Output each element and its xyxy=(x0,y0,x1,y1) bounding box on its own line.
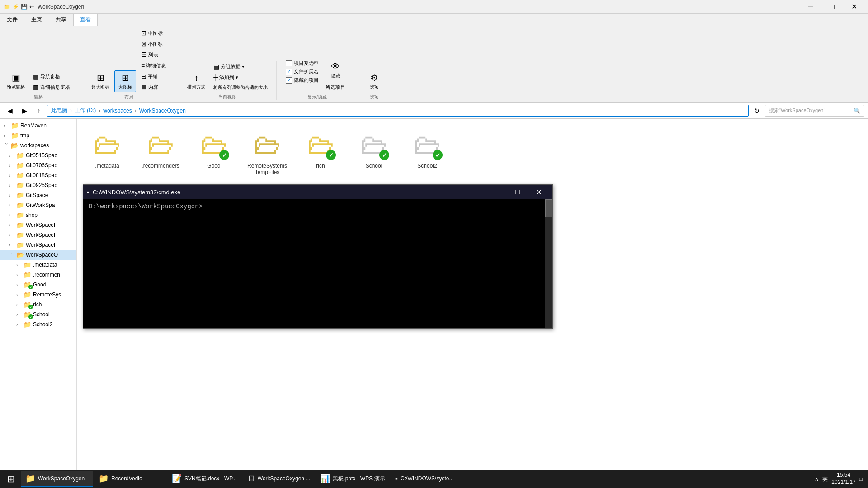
cmd-maximize-button[interactable]: □ xyxy=(507,185,528,199)
sidebar-item-gitspace[interactable]: › 📁 GitSpace xyxy=(0,190,76,200)
sidebar-item-workspaces[interactable]: › 📂 workspaces xyxy=(0,141,76,150)
sidebar-item-rich[interactable]: › 📁✓ rich xyxy=(0,300,76,310)
sidebar-item-git0706[interactable]: › 📁 Git0706Spac xyxy=(0,160,76,170)
sidebar-item-recommenders[interactable]: › 📁 .recommen xyxy=(0,270,76,280)
sidebar-label: WorkSpaceI xyxy=(26,222,55,228)
sidebar-item-remotesys[interactable]: › 📁 RemoteSys xyxy=(0,290,76,300)
sidebar-item-gitworkspace[interactable]: › 📁 GitWorkSpa xyxy=(0,200,76,210)
taskbar-item-cmd[interactable]: ▪ C:\WINDOWS\syste... xyxy=(391,471,463,487)
medium-icons-button[interactable]: ⊡ 中图标 xyxy=(138,28,169,38)
sidebar-item-good[interactable]: › 📁✓ Good xyxy=(0,280,76,290)
file-item-remotesystems[interactable]: 🗁 RemoteSystemsTempFiles xyxy=(242,124,292,179)
sidebar-item-shop[interactable]: › 📁 shop xyxy=(0,210,76,220)
path-part-current[interactable]: WorkSpaceOxygen xyxy=(139,108,186,114)
sidebar-item-school[interactable]: › 📁✓ School xyxy=(0,310,76,319)
cmd-body[interactable]: D:\workspaces\WorkSpaceOxygen> xyxy=(83,199,552,328)
options-selected-button[interactable]: 所选项目 xyxy=(322,83,349,92)
list-button[interactable]: ☰ 列表 xyxy=(138,50,169,60)
path-part-workspaces[interactable]: workspaces xyxy=(103,108,132,114)
minimize-button[interactable]: ─ xyxy=(800,0,821,14)
tab-home[interactable]: 主页 xyxy=(24,14,49,26)
folder-icon: 📁 xyxy=(16,241,24,249)
nav-pane-button[interactable]: ▤ 导航窗格 xyxy=(30,71,73,81)
sidebar-item-workspaceoxygen[interactable]: › 📂 WorkSpaceO xyxy=(0,250,76,260)
preview-pane-button[interactable]: ▣ 预览窗格 xyxy=(4,70,28,92)
panes-group-label: 窗格 xyxy=(34,94,43,100)
sidebar-item-tmp[interactable]: › 📁 tmp xyxy=(0,131,76,141)
arrow-icon: › xyxy=(9,163,14,168)
file-item-school2[interactable]: 🗁 ✓ School2 xyxy=(402,124,452,179)
address-path[interactable]: 此电脑 › 工作 (D:) › workspaces › WorkSpaceOx… xyxy=(47,105,749,117)
sort-button[interactable]: ↕ 排列方式 xyxy=(184,71,208,92)
cmd-prompt: D:\workspaces\WorkSpaceOxygen> xyxy=(89,203,203,210)
refresh-button[interactable]: ↻ xyxy=(750,104,763,117)
sidebar-item-wsi1[interactable]: › 📁 WorkSpaceI xyxy=(0,220,76,230)
path-part-drive[interactable]: 工作 (D:) xyxy=(75,107,96,114)
cmd-close-button[interactable]: ✕ xyxy=(528,185,549,199)
sidebar-item-school2[interactable]: › 📁 School2 xyxy=(0,319,76,329)
taskbar-right: ∧ 英 15:54 2021/1/17 □ xyxy=(815,472,866,486)
cmd-scrollbar[interactable] xyxy=(545,199,552,328)
tab-view[interactable]: 查看 xyxy=(73,14,98,26)
details-pane-button[interactable]: ▥ 详细信息窗格 xyxy=(30,82,73,92)
sidebar-item-git0818[interactable]: › 📁 Git0818Spac xyxy=(0,170,76,180)
file-item-school[interactable]: 🗁 ✓ School xyxy=(349,124,399,179)
sidebar-item-wsi3[interactable]: › 📁 WorkSpaceI xyxy=(0,240,76,250)
ext-checkbox[interactable]: ✓ xyxy=(286,69,292,75)
taskbar-item-recordvedio[interactable]: 📁 RecordVedio xyxy=(94,471,166,487)
folder-icon: 📁 xyxy=(16,202,24,209)
add-column-button[interactable]: ┼ 添加列 ▾ xyxy=(210,72,271,82)
taskbar-item-workspaceoxygen[interactable]: 📁 WorkSpaceOxygen xyxy=(21,471,93,487)
tab-share[interactable]: 共享 xyxy=(49,14,73,26)
cmd-minimize-button[interactable]: ─ xyxy=(486,185,507,199)
details-button[interactable]: ≡ 详细信息 xyxy=(138,61,169,70)
taskbar-item-workspace2[interactable]: 🖥 WorkSpaceOxygen ... xyxy=(242,471,315,487)
file-item-recommenders[interactable]: 🗁 .recommenders xyxy=(136,124,185,179)
search-box[interactable]: 搜索"WorkSpaceOxygen" 🔍 xyxy=(765,105,864,117)
up-button[interactable]: ↑ xyxy=(33,104,45,117)
file-icon-wrap: 🗁 xyxy=(251,128,283,161)
maximize-button[interactable]: □ xyxy=(822,0,843,14)
hidden-checkbox[interactable]: ✓ xyxy=(286,77,292,84)
ribbon-tabs: 文件 主页 共享 查看 xyxy=(0,14,868,26)
layout-group-label: 布局 xyxy=(124,94,133,100)
taskbar-notification-icon[interactable]: □ xyxy=(859,476,863,482)
options-button[interactable]: ⚙ 选项 xyxy=(363,70,385,92)
start-icon: ⊞ xyxy=(7,474,15,484)
sidebar-label: shop xyxy=(26,212,38,218)
file-icon-wrap: 🗁 ✓ xyxy=(198,128,230,161)
fit-columns-button[interactable]: 将所有列调整为合适的大小 xyxy=(210,83,271,92)
file-item-good[interactable]: 🗁 ✓ Good xyxy=(189,124,239,179)
content-button[interactable]: ▤ 内容 xyxy=(138,82,169,92)
sidebar-item-repmaven[interactable]: › 📁 RepMaven xyxy=(0,121,76,131)
taskbar-expand-icon[interactable]: ∧ xyxy=(815,476,819,482)
arrow-icon: › xyxy=(4,143,9,148)
sidebar-item-wsi2[interactable]: › 📁 WorkSpaceI xyxy=(0,230,76,240)
tab-file[interactable]: 文件 xyxy=(0,14,24,26)
sidebar-item-metadata[interactable]: › 📁 .metadata xyxy=(0,260,76,270)
start-button[interactable]: ⊞ xyxy=(2,470,20,488)
file-item-rich[interactable]: 🗁 ✓ rich xyxy=(296,124,345,179)
sidebar-item-git0925[interactable]: › 📁 Git0925Spac xyxy=(0,180,76,190)
taskbar-item-svn[interactable]: 📝 SVN笔记.docx - WP... xyxy=(167,471,241,487)
sidebar-label: GitSpace xyxy=(26,192,48,198)
back-button[interactable]: ◀ xyxy=(4,104,16,117)
path-part-pc[interactable]: 此电脑 xyxy=(51,107,67,114)
file-icon-wrap: 🗁 ✓ xyxy=(358,128,390,161)
preview-pane-icon: ▣ xyxy=(12,72,20,83)
group-by-button[interactable]: ▤ 分组依据 ▾ xyxy=(210,61,271,71)
close-button[interactable]: ✕ xyxy=(844,0,864,14)
forward-button[interactable]: ▶ xyxy=(18,104,31,117)
extra-large-icons-button[interactable]: ⊞ 超大图标 xyxy=(88,70,113,92)
cmd-scroll-thumb[interactable] xyxy=(545,199,552,217)
tiles-button[interactable]: ⊟ 平铺 xyxy=(138,71,169,81)
hide-button[interactable]: 👁 隐藏 xyxy=(322,60,349,81)
quick-access-icon: ⚡ xyxy=(12,4,19,10)
large-icons-button[interactable]: ⊞ 大图标 xyxy=(114,70,136,92)
file-item-metadata[interactable]: 🗁 .metadata xyxy=(82,124,132,179)
item-checkbox[interactable] xyxy=(286,60,292,66)
taskbar-item-pptx[interactable]: 📊 黑板.pptx - WPS 演示 xyxy=(316,471,389,487)
cmd-title-bar: ▪ C:\WINDOWS\system32\cmd.exe ─ □ ✕ xyxy=(83,185,552,199)
small-icons-button[interactable]: ⊠ 小图标 xyxy=(138,39,169,49)
sidebar-item-git0515[interactable]: › 📁 Git0515Spac xyxy=(0,150,76,160)
